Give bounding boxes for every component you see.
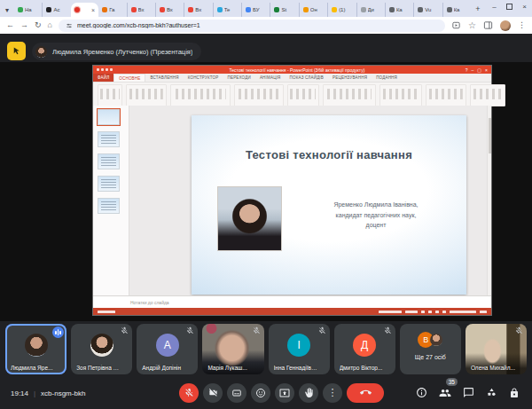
back-icon[interactable]: ← (6, 21, 14, 29)
ribbon-group (379, 84, 422, 106)
lock-icon (509, 388, 520, 398)
home-icon[interactable]: ⌂ (48, 21, 52, 29)
chat-icon (463, 387, 474, 398)
camera-button[interactable] (203, 383, 223, 403)
panel-controls: 35 (416, 387, 520, 399)
media-controls-icon[interactable] (451, 20, 461, 30)
people-button[interactable]: 35 (439, 387, 451, 399)
browser-tab[interactable]: × (71, 3, 98, 17)
window-maximize-button[interactable] (502, 0, 517, 12)
ribbon-tab[interactable]: РЕЦЕНЗУВАННЯ (328, 74, 372, 82)
hand-icon (304, 388, 314, 397)
ribbon-tab[interactable]: КОНСТРУКТОР (184, 74, 223, 82)
presenter-avatar (35, 46, 47, 58)
participant-tile[interactable]: Д Дмитро Віктор... (334, 324, 395, 374)
ribbon-tab[interactable]: ФАЙЛ (93, 74, 113, 82)
slide-thumbnail[interactable] (98, 153, 120, 169)
meeting-details-button[interactable] (416, 387, 427, 398)
ribbon-tab[interactable]: ПОДАННЯ (372, 74, 402, 82)
ribbon-tab[interactable]: ПЕРЕХОДИ (223, 74, 255, 82)
mic-button[interactable] (179, 383, 199, 403)
browser-tab[interactable]: Vu × (413, 3, 442, 17)
browser-menu-icon[interactable]: ⋮ (518, 21, 526, 29)
participant-name: Зоя Петрівна Х... (76, 365, 121, 371)
browser-tab[interactable]: Вх × (127, 3, 155, 17)
ribbon-group (470, 84, 505, 106)
quick-access-toolbar[interactable] (93, 68, 129, 71)
participant-name: Ще 27 осіб (400, 354, 461, 360)
browser-tab[interactable]: На × (14, 3, 42, 17)
browser-tab[interactable]: Ас × (42, 3, 70, 17)
participant-tile[interactable]: І Інна Геннадіївн... (269, 324, 330, 374)
participant-tile[interactable]: Людмила Яре... (5, 324, 66, 374)
notes-pane[interactable]: Нотатки до слайда (93, 295, 491, 308)
tab-label: (1) (339, 7, 352, 12)
slide-thumbnail[interactable] (98, 198, 120, 214)
window-minimize-button[interactable]: – (487, 0, 502, 12)
browser-tab[interactable]: Га × (98, 3, 126, 17)
profile-avatar[interactable] (500, 20, 511, 31)
window-close-button[interactable]: × (517, 0, 532, 12)
participant-name: Дмитро Віктор... (340, 365, 385, 371)
forward-icon[interactable]: → (20, 21, 28, 29)
activities-icon (486, 387, 497, 398)
address-bar[interactable]: meet.google.com/xcb-nsgm-bkh?authuser=1 (59, 20, 445, 32)
slide-thumbnail[interactable] (98, 176, 120, 192)
mic-off-icon (515, 326, 523, 334)
new-tab-button[interactable]: + (471, 4, 485, 13)
tab-favicon (246, 7, 251, 12)
reactions-button[interactable] (251, 383, 270, 403)
tab-label: Вх (138, 7, 152, 12)
presenter-name: Людмила Яременко (Лутченко) (Презентація… (52, 48, 192, 56)
browser-tab[interactable]: Ка × (442, 3, 471, 17)
participant-tile[interactable]: В Ще 27 осіб (400, 324, 461, 374)
side-panel-icon[interactable] (483, 20, 493, 30)
ribbon-tab[interactable]: ОСНОВНЕ (113, 74, 145, 82)
site-settings-icon[interactable] (66, 22, 73, 29)
participant-tile[interactable]: Олена Михайл... (466, 324, 527, 374)
canvas-scrollbar[interactable] (487, 106, 491, 296)
bookmark-star-icon[interactable]: ☆ (468, 21, 476, 30)
annotation-tool-icon[interactable] (7, 42, 26, 60)
mic-off-icon (384, 326, 392, 334)
ppt-window-controls[interactable]: ?–▢× (466, 67, 491, 73)
ribbon-tab[interactable]: ВСТАВЛЕННЯ (145, 74, 183, 82)
ribbon-tab[interactable]: ПОКАЗ СЛАЙДІВ (286, 74, 328, 82)
powerpoint-window: Тестові технології навчання - PowerPoint… (93, 66, 491, 315)
browser-tab[interactable]: Вх × (155, 3, 184, 17)
browser-tab[interactable]: Ка × (385, 3, 413, 17)
present-button[interactable] (275, 383, 294, 403)
slide-thumbnail[interactable] (98, 131, 120, 147)
chat-button[interactable] (463, 387, 474, 398)
browser-tab[interactable]: Он × (299, 3, 327, 17)
more-options-button[interactable]: ⋮ (323, 383, 342, 403)
browser-tab[interactable]: (1) × (327, 3, 356, 17)
overflow-avatars: В (418, 332, 442, 348)
ribbon-tab[interactable]: АНІМАЦІЯ (255, 74, 286, 82)
browser-tab[interactable]: St × (270, 3, 298, 17)
mic-off-icon (121, 326, 129, 334)
reload-icon[interactable]: ↻ (35, 21, 42, 29)
slide[interactable]: Тестові технології навчання Яременко Люд… (192, 115, 466, 295)
slide-thumbnail[interactable] (98, 109, 120, 125)
control-bar: 19:14 | xcb-nsgm-bkh (0, 376, 532, 409)
activities-button[interactable] (486, 387, 497, 398)
host-controls-button[interactable] (509, 388, 520, 398)
participant-tile[interactable]: А Андрій Допінін (137, 324, 198, 374)
presenter-pill[interactable]: Людмила Яременко (Лутченко) (Презентація… (32, 43, 201, 60)
participant-tile[interactable]: Марія Лукаш... (202, 324, 263, 374)
tab-close-icon[interactable]: × (91, 7, 95, 13)
browser-tab[interactable]: Те × (213, 3, 241, 17)
end-call-button[interactable] (347, 383, 384, 403)
captions-button[interactable] (227, 383, 246, 403)
tab-label: Га (109, 7, 122, 12)
raise-hand-button[interactable] (299, 383, 318, 403)
participant-tile[interactable]: Зоя Петрівна Х... (71, 324, 132, 374)
tab-favicon (131, 7, 137, 12)
browser-tab[interactable]: Ди × (356, 3, 385, 17)
participant-avatar (25, 334, 48, 357)
browser-tab[interactable]: Вх × (184, 3, 212, 17)
browser-tab[interactable]: БУ × (241, 3, 270, 17)
tab-search-icon[interactable]: ▾ (0, 4, 14, 17)
mic-off-icon (253, 326, 261, 334)
